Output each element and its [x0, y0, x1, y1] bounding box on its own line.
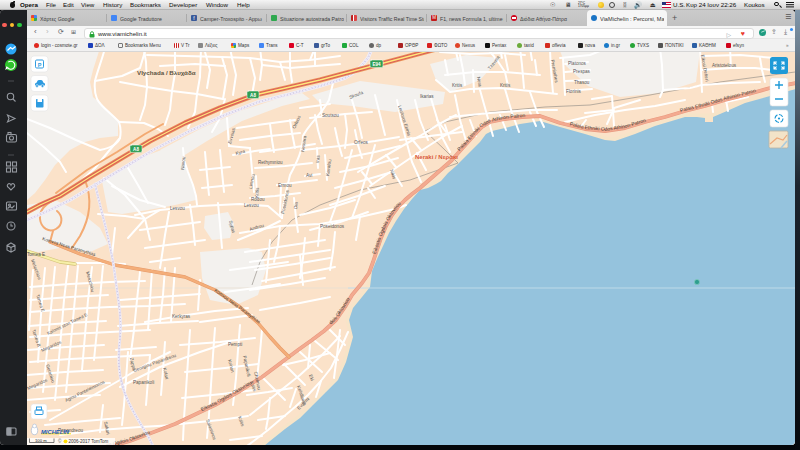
svg-text:Soutsou: Soutsou [322, 113, 339, 118]
svg-text:Pempti: Pempti [228, 342, 242, 347]
svg-text:Vlychada / Βλυχάδα: Vlychada / Βλυχάδα [137, 69, 196, 76]
svg-text:2006-2017 TomTom: 2006-2017 TomTom [69, 439, 109, 444]
svg-text:Lesvou: Lesvou [170, 206, 185, 211]
svg-text:Kritis: Kritis [452, 83, 463, 88]
svg-text:Florinis: Florinis [566, 89, 582, 94]
svg-text:Lesvou: Lesvou [244, 203, 259, 208]
svg-text:MICHELIN: MICHELIN [41, 429, 70, 435]
svg-text:100 m: 100 m [35, 438, 47, 443]
svg-text:Ermou: Ermou [278, 183, 292, 188]
svg-text:Thasou: Thasou [574, 80, 590, 85]
svg-text:Platonos: Platonos [568, 61, 587, 66]
svg-text:Kritis: Kritis [500, 83, 511, 88]
svg-text:Avi: Avi [306, 173, 312, 178]
svg-text:A8: A8 [133, 147, 139, 152]
svg-text:Kritis: Kritis [254, 187, 260, 198]
svg-text:Papanikoli: Papanikoli [133, 380, 154, 385]
svg-text:Ikarias: Ikarias [420, 94, 434, 99]
svg-text:Kerkyras: Kerkyras [172, 314, 191, 319]
svg-text:Tomea E: Tomea E [27, 252, 45, 257]
svg-text:Rethymniou: Rethymniou [258, 160, 283, 165]
svg-text:Prespas: Prespas [573, 69, 591, 74]
svg-text:Orfeos: Orfeos [354, 140, 368, 145]
svg-text:Aristotelous: Aristotelous [712, 63, 737, 68]
svg-text:A8: A8 [250, 93, 256, 98]
svg-text:Iras: Iras [315, 154, 321, 163]
svg-text:P: P [38, 62, 42, 68]
svg-text:Poseidonos: Poseidonos [320, 224, 345, 229]
svg-text:Neraki / Νεράκι: Neraki / Νεράκι [415, 154, 458, 160]
svg-text:E94: E94 [372, 62, 381, 67]
svg-text:Dia: Dia [293, 201, 299, 209]
